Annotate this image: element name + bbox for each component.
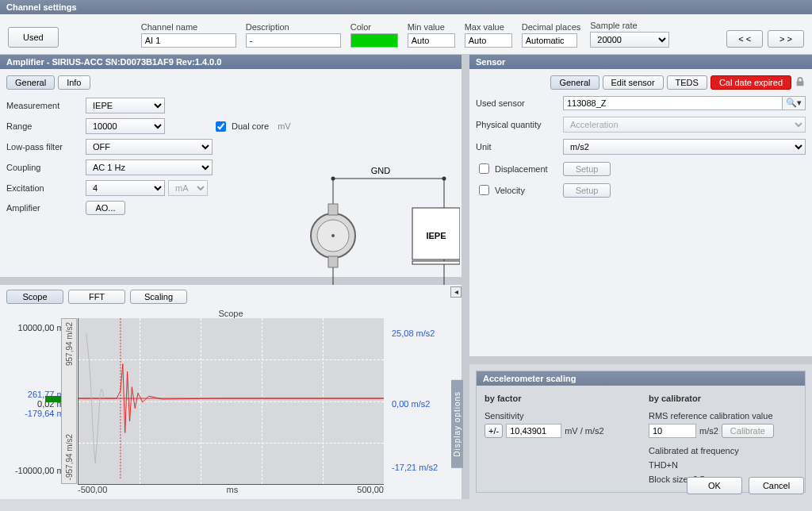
measurement-label: Measurement — [6, 101, 86, 110]
sensor-tab-teds[interactable]: TEDS — [667, 75, 707, 90]
scope-collapse-handle[interactable]: ◂ — [450, 286, 462, 298]
phys-quantity-select: Acceleration — [563, 117, 806, 133]
velocity-label: Velocity — [495, 186, 525, 195]
svg-rect-16 — [412, 261, 460, 264]
y-bot-left: -10000,00 mV — [0, 466, 70, 475]
scope-plot: 957,94 m/s2 -957,94 m/s2 — [78, 318, 384, 485]
inner-scale-bot: -957,94 m/s2 — [65, 434, 74, 480]
dualcore-checkbox[interactable] — [216, 121, 226, 132]
phys-quantity-label: Physical quantity — [476, 120, 563, 129]
unit-select[interactable]: m/s2 — [563, 139, 806, 155]
cursor-blue-down: -179,64 mV — [0, 409, 70, 418]
svg-text:GND: GND — [371, 166, 391, 175]
rms-input[interactable] — [649, 424, 696, 438]
sensor-panel-title: Sensor — [469, 55, 812, 69]
min-value-label: Min value — [408, 22, 455, 32]
coupling-label: Coupling — [6, 163, 86, 172]
coupling-select[interactable]: AC 1 Hz — [86, 159, 213, 175]
ok-button[interactable]: OK — [687, 477, 742, 494]
x-max: 500,00 — [357, 485, 384, 494]
tab-fft[interactable]: FFT — [68, 290, 125, 304]
prev-channel-button[interactable]: < < — [726, 30, 763, 48]
svg-point-6 — [331, 177, 335, 181]
svg-point-7 — [442, 177, 446, 181]
calibrate-button: Calibrate — [722, 424, 774, 438]
color-label: Color — [350, 22, 398, 32]
display-options-tab[interactable]: Display options — [451, 380, 463, 468]
max-value-input[interactable] — [465, 33, 512, 48]
dualcore-label: Dual core — [232, 121, 269, 131]
sensor-tab-edit[interactable]: Edit sensor — [603, 75, 664, 90]
cancel-button[interactable]: Cancel — [749, 477, 804, 494]
amplifier-panel-title: Amplifier - SIRIUS-ACC SN:D0073B1AF9 Rev… — [0, 55, 462, 69]
color-swatch[interactable] — [350, 33, 398, 48]
sensitivity-unit: mV / m/s2 — [565, 426, 604, 436]
max-value-label: Max value — [465, 22, 512, 32]
sensitivity-input[interactable] — [506, 424, 561, 438]
range-label: Range — [6, 121, 86, 131]
thd-label: THD+N — [649, 460, 797, 470]
channel-name-input[interactable] — [141, 33, 236, 48]
displacement-label: Displacement — [495, 164, 548, 174]
svg-rect-13 — [328, 204, 338, 215]
range-unit: mV — [278, 121, 291, 131]
accel-scaling-panel: Accelerometer scaling by factor Sensitiv… — [476, 371, 806, 493]
excitation-unit-select: mA — [168, 180, 208, 196]
displacement-setup-button: Setup — [563, 162, 611, 176]
search-sensor-icon[interactable]: 🔍▾ — [783, 96, 806, 110]
decimal-places-input[interactable] — [522, 33, 577, 48]
description-input[interactable] — [246, 33, 341, 48]
sensitivity-label: Sensitivity — [485, 411, 633, 421]
svg-point-12 — [331, 234, 335, 237]
used-sensor-label: Used sensor — [476, 98, 563, 108]
channel-name-label: Channel name — [141, 22, 236, 32]
y-top-right: 25,08 m/s2 — [392, 328, 462, 338]
amp-tab-info[interactable]: Info — [58, 75, 90, 90]
lpf-select[interactable]: OFF — [86, 139, 213, 155]
svg-rect-14 — [328, 256, 338, 267]
x-unit: ms — [226, 485, 238, 494]
min-value-input[interactable] — [408, 33, 455, 48]
lpf-label: Low-pass filter — [6, 142, 86, 152]
accel-scaling-title: Accelerometer scaling — [477, 371, 805, 386]
excitation-select[interactable]: 4 — [86, 180, 165, 196]
amp-tab-general[interactable]: General — [6, 75, 55, 90]
cal-expired-badge: Cal date expired — [710, 75, 791, 90]
scope-title: Scope — [6, 309, 455, 318]
y-top-left: 10000,00 mV — [0, 323, 70, 332]
x-min: -500,00 — [78, 485, 107, 494]
by-factor-heading: by factor — [485, 394, 633, 403]
window-titlebar: Channel settings — [0, 0, 812, 14]
sample-rate-label: Sample rate — [590, 21, 669, 30]
sensitivity-sign-button[interactable]: +/- — [485, 424, 503, 438]
y-bot-right: -17,21 m/s2 — [392, 463, 462, 472]
decimal-places-label: Decimal places — [522, 22, 581, 32]
tab-scope[interactable]: Scope — [6, 290, 63, 304]
cal-freq-label: Calibrated at frequency — [649, 446, 797, 455]
lock-icon[interactable] — [795, 76, 806, 89]
used-button[interactable]: Used — [8, 27, 59, 48]
used-sensor-input[interactable] — [563, 96, 783, 110]
ao-button[interactable]: AO... — [86, 201, 125, 215]
velocity-checkbox[interactable] — [479, 185, 489, 195]
by-calibrator-heading: by calibrator — [649, 394, 797, 403]
description-label: Description — [246, 22, 341, 32]
next-channel-button[interactable]: > > — [768, 30, 804, 48]
tab-scaling[interactable]: Scaling — [130, 290, 187, 304]
range-select[interactable]: 10000 — [86, 118, 165, 134]
top-config-row: Used Channel name Description Color Min … — [0, 14, 812, 55]
excitation-label: Excitation — [6, 183, 86, 193]
velocity-setup-button: Setup — [563, 183, 611, 198]
trigger-marker[interactable] — [45, 396, 61, 402]
svg-text:IEPE: IEPE — [426, 231, 446, 240]
rms-label: RMS reference calibration value — [649, 411, 797, 421]
inner-scale-top: 957,94 m/s2 — [65, 322, 74, 366]
y-mid-right: 0,00 m/s2 — [392, 399, 462, 409]
measurement-select[interactable]: IEPE — [86, 98, 165, 113]
sensor-tab-general[interactable]: General — [550, 75, 599, 90]
unit-label: Unit — [476, 142, 563, 152]
amplifier-label: Amplifier — [6, 203, 86, 213]
rms-unit: m/s2 — [699, 426, 718, 436]
sample-rate-select[interactable]: 20000 — [590, 32, 669, 48]
displacement-checkbox[interactable] — [479, 163, 489, 174]
